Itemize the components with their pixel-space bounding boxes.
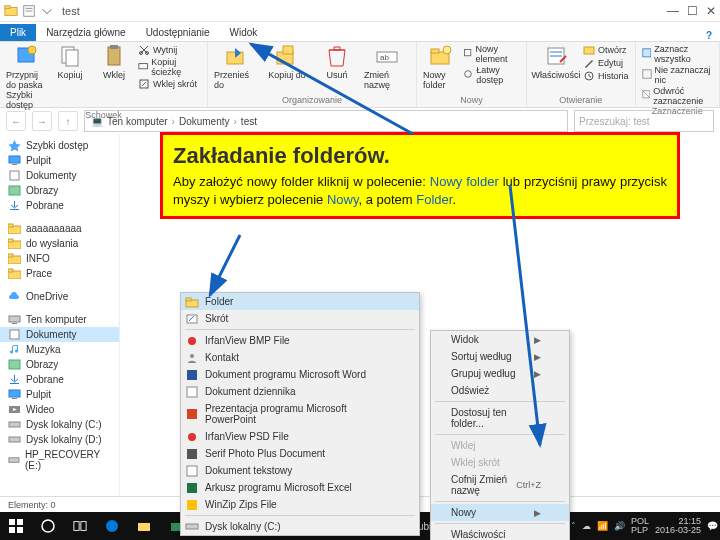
new-folder-button[interactable]: Nowy folder [423,44,459,90]
nav-up-button[interactable]: ↑ [58,111,78,131]
context-menu-item[interactable]: Nowy▶ [431,504,569,521]
sidebar-item-quick-access[interactable]: Szybki dostęp [0,138,119,153]
copy-to-button[interactable]: Kopiuj do [264,44,310,80]
tray-network-icon[interactable]: 📶 [597,521,608,531]
context-menu-new-item[interactable]: Kontakt [181,349,419,366]
nav-forward-button[interactable]: → [32,111,52,131]
sidebar-item[interactable]: Pulpit [0,387,119,402]
tab-widok[interactable]: Widok [220,24,268,41]
invert-selection-button[interactable]: Odwróć zaznaczenie [642,86,713,106]
context-menu-item[interactable]: Odśwież [431,382,569,399]
sidebar-item[interactable]: do wysłania [0,236,119,251]
context-menu-new-item[interactable]: Dokument programu Microsoft Word [181,366,419,383]
context-menu-item[interactable]: Widok▶ [431,331,569,348]
move-to-button[interactable]: Przenieś do [214,44,260,90]
sidebar-item[interactable]: Ten komputer [0,312,119,327]
new-item-button[interactable]: Nowy element [463,44,520,64]
sidebar-item[interactable]: HP_RECOVERY (E:) [0,447,119,473]
context-menu-new-item[interactable]: Serif Photo Plus Document [181,445,419,462]
qat-dropdown-icon[interactable] [40,4,54,18]
context-menu-main[interactable]: Widok▶Sortuj według▶Grupuj według▶Odświe… [430,330,570,540]
context-menu-new-item[interactable]: Dysk lokalny (C:) [181,518,419,535]
breadcrumb-item[interactable]: test [241,116,257,127]
delete-button[interactable]: Usuń [314,44,360,80]
sidebar-item[interactable]: Pulpit [0,153,119,168]
taskbar-explorer[interactable] [130,514,158,538]
sidebar-item[interactable]: Dokumenty [0,327,119,342]
tray-clock[interactable]: 21:152016-03-25 [655,517,701,535]
cut-button[interactable]: Wytnij [138,44,201,56]
edit-button[interactable]: Edytuj [583,57,629,69]
properties-icon[interactable] [22,4,36,18]
task-view-button[interactable] [66,514,94,538]
select-all-button[interactable]: Zaznacz wszystko [642,44,713,64]
sidebar-item[interactable]: Pobrane [0,372,119,387]
sidebar-item[interactable]: Wideo [0,402,119,417]
copy-button[interactable]: Kopiuj [50,44,90,80]
maximize-button[interactable]: ☐ [687,4,698,18]
context-menu-item[interactable]: Sortuj według▶ [431,348,569,365]
sidebar-item[interactable]: Pobrane [0,198,119,213]
context-menu-new-item[interactable]: Folder [181,293,419,310]
svg-rect-75 [187,370,197,380]
context-menu-new[interactable]: FolderSkrótIrfanView BMP FileKontaktDoku… [180,292,420,536]
context-menu-new-item[interactable]: WinZip Zips File [181,496,419,513]
breadcrumb-item[interactable]: Ten komputer [107,116,168,127]
tray-up-icon[interactable]: ˄ [571,521,576,531]
pin-button[interactable]: Przypnij do paska Szybki dostęp [6,44,46,110]
sidebar-item[interactable]: INFO [0,251,119,266]
paste-button[interactable]: Wklej [94,44,134,80]
sidebar-item[interactable]: aaaaaaaaaa [0,221,119,236]
tray-onedrive-icon[interactable]: ☁ [582,521,591,531]
context-menu-item[interactable]: Wklej [431,437,569,454]
context-menu-item[interactable]: Wklej skrót [431,454,569,471]
tray-volume-icon[interactable]: 🔊 [614,521,625,531]
sidebar-item[interactable]: Dysk lokalny (C:) [0,417,119,432]
sidebar-item[interactable]: Dysk lokalny (D:) [0,432,119,447]
breadcrumb-item[interactable]: Dokumenty [179,116,230,127]
select-none-button[interactable]: Nie zaznaczaj nic [642,65,713,85]
minimize-button[interactable]: — [667,4,679,18]
context-menu-new-item[interactable]: Skrót [181,310,419,327]
sidebar-item[interactable]: Obrazy [0,357,119,372]
nav-back-button[interactable]: ← [6,111,26,131]
sidebar-item[interactable]: OneDrive [0,289,119,304]
tray-language[interactable]: POL PLP [631,517,649,535]
context-menu-new-item[interactable]: IrfanView PSD File [181,428,419,445]
context-menu-new-item[interactable]: IrfanView BMP File [181,332,419,349]
cortana-button[interactable] [34,514,62,538]
copy-path-button[interactable]: Kopiuj ścieżkę [138,57,201,77]
close-button[interactable]: ✕ [706,4,716,18]
system-tray[interactable]: ˄ ☁ 📶 🔊 POL PLP 21:152016-03-25 💬 [571,517,718,535]
tab-glowne[interactable]: Narzędzia główne [36,24,136,41]
context-menu-item[interactable]: Grupuj według▶ [431,365,569,382]
context-menu-item[interactable]: Cofnij Zmień nazwęCtrl+Z [431,471,569,499]
context-menu-new-item[interactable]: Arkusz programu Microsoft Excel [181,479,419,496]
tray-action-center-icon[interactable]: 💬 [707,521,718,531]
open-button[interactable]: Otwórz [583,44,629,56]
rename-button[interactable]: abZmień nazwę [364,44,410,90]
context-menu-item[interactable]: Właściwości [431,526,569,540]
search-input[interactable]: Przeszukaj: test [574,110,714,132]
sidebar-item[interactable]: Muzyka [0,342,119,357]
tab-udostepnianie[interactable]: Udostępnianie [136,24,220,41]
properties-button[interactable]: Właściwości [533,44,579,80]
context-menu-item[interactable]: Dostosuj ten folder... [431,404,569,432]
context-menu-new-item[interactable]: Dokument tekstowy [181,462,419,479]
sidebar-item[interactable]: Prace [0,266,119,281]
taskbar-edge[interactable] [98,514,126,538]
svg-rect-53 [9,437,20,442]
easy-access-button[interactable]: Łatwy dostęp [463,65,520,85]
breadcrumb[interactable]: 💻 Ten komputer› Dokumenty› test [84,110,568,132]
context-menu-new-item[interactable]: Prezentacja programu Microsoft PowerPoin… [181,400,419,428]
context-menu-new-item[interactable]: Dokument dziennika [181,383,419,400]
history-button[interactable]: Historia [583,70,629,82]
tab-plik[interactable]: Plik [0,24,36,41]
pin-label: Przypnij do paska Szybki dostęp [6,70,46,110]
help-button[interactable]: ? [698,30,720,41]
paste-shortcut-button[interactable]: Wklej skrót [138,78,201,90]
nav-tree[interactable]: Szybki dostęp PulpitDokumentyObrazyPobra… [0,134,120,496]
start-button[interactable] [2,514,30,538]
sidebar-item[interactable]: Dokumenty [0,168,119,183]
sidebar-item[interactable]: Obrazy [0,183,119,198]
